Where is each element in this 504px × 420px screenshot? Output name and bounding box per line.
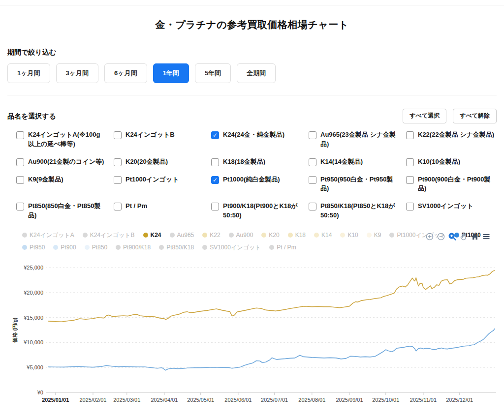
checkbox-item[interactable]: K24インゴットA(※100g以上の延べ棒等) [16,130,114,149]
checkbox-icon[interactable] [16,131,24,139]
legend-item[interactable]: Pt850 [85,244,107,251]
checkbox-icon[interactable] [309,203,316,210]
box-zoom-icon[interactable] [448,232,457,241]
checkbox-item[interactable]: Pt900/K18(Pt900とK18が50:50) [211,202,309,220]
x-axis-tick-label: 2025/12/01 [446,397,473,403]
zoom-out-icon[interactable] [437,232,445,241]
checkbox-checked-icon[interactable]: ✓ [211,176,219,184]
checkbox-item[interactable]: SV1000インゴット [406,202,504,211]
legend-dot-icon [269,245,274,250]
checkbox-item[interactable]: ✓K24(24金・純金製品) [211,130,309,140]
legend-label: K22 [210,232,220,239]
legend-item[interactable]: K10 [340,232,358,239]
legend-item[interactable]: K14 [314,232,332,239]
legend-label: K14 [321,232,332,239]
checkbox-checked-icon[interactable]: ✓ [211,131,219,139]
checkbox-item[interactable]: Pt850/K18(Pt850とK18が50:50) [309,202,406,220]
checkbox-icon[interactable] [211,158,219,166]
legend-dot-icon [83,233,88,238]
checkbox-icon[interactable] [309,158,316,166]
checkbox-icon[interactable] [406,203,414,210]
checkbox-label: Pt / Pm [126,202,147,211]
period-button-2[interactable]: 6ヶ月間 [104,63,147,83]
select-all-button[interactable]: すべて選択 [403,109,446,123]
checkbox-item[interactable]: Pt1000インゴット [114,175,211,184]
checkbox-icon[interactable] [16,158,24,166]
legend-dot-icon [85,245,90,250]
legend-item[interactable]: Au965 [170,232,194,239]
period-button-4[interactable]: 5年間 [195,63,231,83]
legend-item[interactable]: Pt950 [22,244,45,251]
checkbox-item[interactable]: K24インゴットB [114,130,211,140]
period-button-0[interactable]: 1ヶ月間 [7,63,50,83]
price-chart[interactable]: ¥0¥5,000¥10,000¥15,000¥20,000¥25,0002025… [0,253,504,411]
checkbox-icon[interactable] [406,131,414,139]
checkbox-item[interactable]: K20(20金製品) [114,157,211,167]
legend-item[interactable]: K22 [202,232,220,239]
checkbox-icon[interactable] [406,158,414,166]
legend-label: Au900 [236,232,253,239]
checkbox-item[interactable]: Pt950(950白金・Pt950製品) [309,175,406,194]
checkbox-item[interactable]: K22(22金製品 シナ金製品) [406,130,504,140]
checkbox-item[interactable]: Pt900(900白金・Pt900製品) [406,175,504,194]
checkbox-item[interactable]: K10(10金製品) [406,157,504,167]
legend-dot-icon [159,245,164,250]
checkbox-item[interactable]: Pt850(850白金・Pt850製品) [16,202,114,220]
menu-icon[interactable] [482,232,491,241]
legend-item[interactable]: Pt900 [53,244,76,251]
checkbox-label: K20(20金製品) [126,157,168,167]
period-button-3[interactable]: 1年間 [153,63,189,83]
legend-dot-icon [143,233,148,238]
legend-label: K20 [269,232,279,239]
legend-item[interactable]: Pt / Pm [269,244,296,251]
checkbox-icon[interactable] [114,203,122,210]
y-axis-tick-label: ¥10,000 [23,339,43,345]
checkbox-icon[interactable] [16,203,24,210]
checkbox-item[interactable]: Au965(23金製品 シナ金製品) [309,130,406,149]
zoom-in-icon[interactable] [425,232,434,241]
checkbox-item[interactable]: Pt / Pm [114,202,211,211]
checkbox-item[interactable]: ✓Pt1000(純白金製品) [211,175,309,184]
period-button-5[interactable]: 全期間 [237,63,276,83]
legend-label: K10 [347,232,358,239]
checkbox-icon[interactable] [406,176,414,184]
checkbox-label: Au965(23金製品 シナ金製品) [320,130,398,149]
checkbox-label: Pt1000(純白金製品) [223,175,280,184]
legend-item[interactable]: K18 [288,232,306,239]
checkbox-label: Au900(21金製のコイン等) [28,157,104,167]
checkbox-item[interactable]: K9(9金製品) [16,175,114,184]
legend-item[interactable]: Pt900/K18 [116,244,151,251]
period-button-1[interactable]: 3ヶ月間 [56,63,99,83]
legend-dot-icon [314,233,319,238]
x-axis-tick-label: 2025/07/01 [261,397,288,403]
legend-dot-icon [53,245,58,250]
checkbox-item[interactable]: Au900(21金製のコイン等) [16,157,114,167]
legend-item[interactable]: K24インゴットA [22,231,74,240]
legend-item[interactable]: K24インゴットB [83,231,135,240]
legend-item[interactable]: SV1000インゴット [202,243,261,252]
x-axis-tick-label: 2025/02/01 [79,397,106,403]
checkbox-label: K24インゴットB [126,130,175,140]
y-axis-title: 価格 (円/g) [12,318,18,343]
checkbox-icon[interactable] [114,131,122,139]
pan-icon[interactable] [459,232,468,241]
checkbox-icon[interactable] [309,131,316,139]
checkbox-icon[interactable] [211,203,219,210]
x-axis-tick-label: 2025/01/01 [42,397,69,403]
legend-label: Pt / Pm [277,244,296,251]
checkbox-icon[interactable] [114,176,122,184]
legend-item[interactable]: Pt850/K18 [159,244,194,251]
home-icon[interactable] [471,232,479,241]
legend-item[interactable]: K24 [143,232,161,239]
checkbox-item[interactable]: K14(14金製品) [309,157,406,167]
legend-item[interactable]: Au900 [229,232,253,239]
checkbox-item[interactable]: K18(18金製品) [211,157,309,167]
checkbox-icon[interactable] [114,158,122,166]
legend-item[interactable]: K9 [367,232,381,239]
checkbox-label: Pt900/K18(Pt900とK18が50:50) [223,202,301,220]
deselect-all-button[interactable]: すべて解除 [453,109,497,123]
checkbox-icon[interactable] [16,176,24,184]
checkbox-icon[interactable] [309,176,316,184]
legend-item[interactable]: K20 [261,232,279,239]
checkbox-label: K24インゴットA(※100g以上の延べ棒等) [28,130,106,149]
